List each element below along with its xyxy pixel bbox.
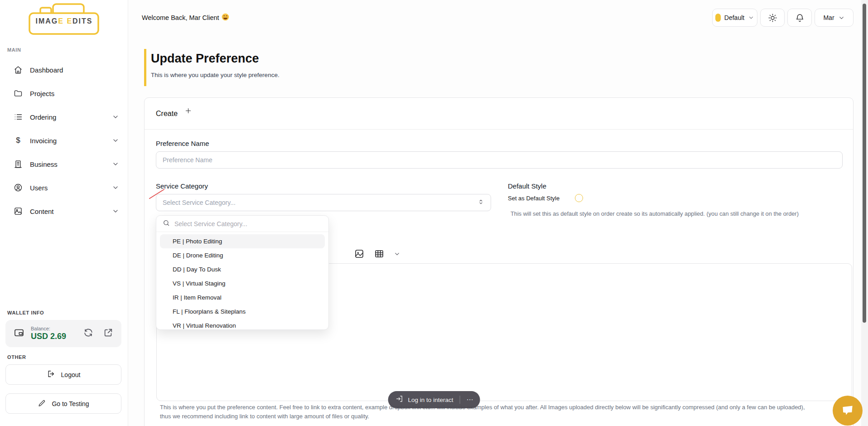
chat-widget-button[interactable]	[833, 396, 863, 426]
chevron-down-icon	[112, 208, 119, 215]
wallet-icon	[14, 327, 24, 340]
chevron-down-icon	[112, 137, 119, 144]
style-color-dot	[715, 14, 721, 22]
insert-image-icon[interactable]	[354, 248, 365, 259]
more-options-icon[interactable]: ⋯	[466, 396, 473, 404]
section-label-other: OTHER	[7, 354, 26, 360]
main-area: Welcome Back, Mar Client Default	[128, 0, 868, 426]
chevron-down-icon	[748, 15, 754, 21]
sun-icon	[768, 13, 777, 23]
section-label-wallet: WALLET INFO	[7, 310, 44, 315]
service-category-option[interactable]: VR | Virtual Renovation	[160, 319, 325, 333]
default-style-title: Default Style	[508, 182, 546, 190]
service-category-option[interactable]: FL | Floorplans & Siteplans	[160, 305, 325, 319]
wallet-card: Balance: USD 2.69	[5, 320, 121, 347]
insert-table-icon[interactable]	[374, 248, 385, 259]
logout-button[interactable]: Logout	[5, 364, 121, 385]
login-icon	[395, 395, 404, 405]
service-category-dropdown: PE | Photo EditingDE | Drone EditingDD |…	[156, 215, 329, 330]
bell-icon	[795, 13, 805, 23]
search-icon	[163, 219, 170, 228]
balance-label: Balance:	[31, 326, 66, 331]
profile-menu-button[interactable]: Mar	[815, 9, 854, 27]
laughing-emoji-icon	[222, 13, 229, 22]
user-circle-icon	[14, 183, 23, 192]
chevron-down-icon	[838, 15, 845, 21]
sidebar: IMAGE EDITS MAIN Dashboard Projects	[0, 0, 128, 426]
notifications-button[interactable]	[787, 9, 812, 27]
pill-divider	[459, 396, 460, 404]
scrollbar-thumb[interactable]	[863, 4, 866, 323]
image-icon	[14, 207, 23, 216]
external-link-icon[interactable]	[103, 328, 113, 339]
editor-toolbar	[354, 248, 400, 259]
balance-value: USD 2.69	[31, 332, 66, 341]
page-subtitle: This is where you update your style pref…	[151, 72, 280, 78]
preference-name-input[interactable]	[156, 151, 843, 169]
sidebar-item-users[interactable]: Users	[0, 176, 128, 199]
card-header: Create	[145, 98, 853, 130]
red-annotation-line	[149, 188, 167, 200]
default-style-helper: This will set this as default style on o…	[511, 210, 841, 217]
sidebar-item-invoicing[interactable]: $ Invoicing	[0, 129, 128, 152]
service-category-option[interactable]: DD | Day To Dusk	[160, 262, 325, 276]
logo[interactable]: IMAGE EDITS	[0, 3, 128, 35]
sidebar-nav: Dashboard Projects Ordering $ Invoicing	[0, 58, 128, 223]
unfold-chevrons-icon	[477, 198, 484, 207]
sidebar-item-content[interactable]: Content	[0, 199, 128, 223]
dropdown-search-input[interactable]	[174, 220, 322, 228]
section-label-main: MAIN	[7, 47, 21, 53]
chevron-down-icon	[112, 160, 119, 168]
topbar: Welcome Back, Mar Client Default	[128, 0, 868, 35]
content-helper-text: This is where you put the preference con…	[160, 403, 808, 421]
set-default-style-radio[interactable]	[575, 194, 583, 202]
home-icon	[14, 65, 23, 74]
service-category-option[interactable]: PE | Photo Editing	[160, 234, 325, 248]
chevron-down-icon[interactable]	[394, 251, 400, 257]
service-category-options: PE | Photo EditingDE | Drone EditingDD |…	[156, 232, 328, 336]
plus-icon[interactable]	[185, 107, 192, 116]
refresh-icon[interactable]	[83, 328, 93, 339]
sidebar-item-dashboard[interactable]: Dashboard	[0, 58, 128, 82]
building-icon	[14, 160, 23, 169]
create-label: Create	[156, 110, 178, 118]
chevron-down-icon	[112, 113, 119, 121]
sidebar-item-ordering[interactable]: Ordering	[0, 105, 128, 129]
chevron-down-icon	[112, 184, 119, 191]
sidebar-item-business[interactable]: Business	[0, 152, 128, 176]
ordered-list-icon	[14, 112, 23, 121]
login-to-interact-pill[interactable]: Log in to interact ⋯	[388, 391, 480, 408]
default-style-dropdown-button[interactable]: Default	[712, 9, 757, 27]
dollar-icon: $	[14, 136, 23, 145]
folder-icon	[14, 89, 23, 98]
service-category-option[interactable]: IR | Item Removal	[160, 290, 325, 305]
chat-icon	[840, 403, 855, 418]
app-root: IMAGE EDITS MAIN Dashboard Projects	[0, 0, 868, 426]
logout-icon	[47, 369, 56, 380]
dropdown-search-row	[156, 216, 328, 232]
sidebar-item-projects[interactable]: Projects	[0, 82, 128, 105]
go-to-testing-button[interactable]: Go to Testing	[5, 393, 121, 414]
service-category-option[interactable]: VS | Virtual Staging	[160, 276, 325, 290]
logo-text: IMAGE EDITS	[26, 17, 103, 25]
welcome-message: Welcome Back, Mar Client	[142, 13, 229, 22]
page-title: Update Preference	[151, 52, 259, 66]
service-category-select[interactable]: Select Service Category...	[156, 194, 491, 211]
service-category-option[interactable]: DE | Drone Editing	[160, 248, 325, 262]
pencil-icon	[38, 399, 46, 409]
title-accent-bar	[144, 49, 146, 86]
theme-toggle-button[interactable]	[760, 9, 785, 27]
preference-name-label: Preference Name	[156, 140, 209, 147]
set-default-style-label: Set as Default Style	[508, 195, 559, 202]
